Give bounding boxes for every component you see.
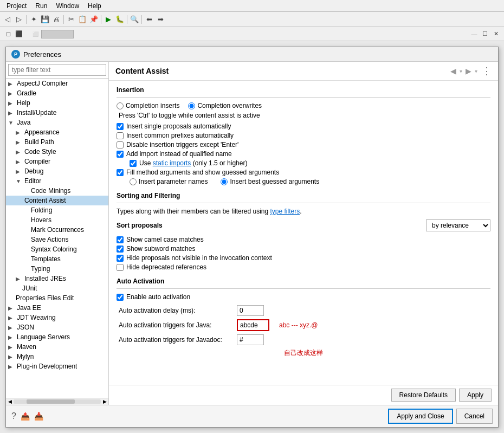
cb-camel-case[interactable] [117, 236, 124, 243]
tree-item-mylyn[interactable]: ▶ Mylyn [6, 352, 108, 361]
tree-item-help[interactable]: ▶ Help [6, 98, 108, 108]
tree-item-junit[interactable]: JUnit [6, 283, 108, 293]
toolbar-btn-forward[interactable]: ▷ [14, 14, 24, 25]
toolbar2-maximize[interactable]: ☐ [480, 29, 490, 39]
tree-item-typing[interactable]: Typing [6, 264, 108, 274]
radio-insert-best-label[interactable]: Insert best guessed arguments [221, 178, 319, 185]
nav-fwd-btn[interactable]: ▶ [464, 67, 473, 75]
cb-disable-triggers-label[interactable]: Disable insertion triggers except 'Enter… [126, 141, 238, 148]
cb-hide-deprecated-label[interactable]: Hide deprecated references [126, 263, 206, 271]
delay-input[interactable] [237, 305, 264, 316]
radio-insert-param-label[interactable]: Insert parameter names [130, 178, 208, 185]
nav-back-btn[interactable]: ◀ [449, 67, 457, 75]
nav-more-icon[interactable]: ⋮ [482, 65, 492, 77]
tree-item-java[interactable]: ▼ Java [6, 118, 108, 127]
cb-static-imports[interactable] [130, 160, 137, 167]
tree-item-editor[interactable]: ▼ Editor [6, 176, 108, 186]
toolbar-btn-nav-back[interactable]: ⬅ [144, 14, 154, 25]
tree-hscrollbar[interactable]: ◀ ▶ [6, 398, 108, 405]
radio-completion-overwrites-label[interactable]: Completion overwrites [188, 102, 262, 109]
sort-proposals-select[interactable]: by relevance alphabetically [426, 219, 490, 231]
tree-item-jdtweaving[interactable]: ▶ JDT Weaving [6, 313, 108, 322]
cb-common-prefixes[interactable] [117, 132, 124, 139]
tree-item-contentassist[interactable]: Content Assist [6, 196, 108, 205]
cb-disable-triggers[interactable] [117, 141, 124, 148]
toolbar-btn-debug[interactable]: 🐛 [114, 14, 125, 25]
toolbar-btn-search[interactable]: 🔍 [129, 14, 140, 25]
tree-item-appearance[interactable]: ▶ Appearance [6, 127, 108, 137]
tree-item-codeminings[interactable]: Code Minings [6, 186, 108, 196]
tree-item-javaee[interactable]: ▶ Java EE [6, 303, 108, 313]
restore-defaults-button[interactable]: Restore Defaults [391, 389, 456, 402]
toolbar2-btn2[interactable]: ⬛ [14, 29, 24, 39]
toolbar2-btn3[interactable]: ⬜ [30, 29, 40, 39]
help-icon-btn[interactable]: ? [11, 411, 16, 421]
static-imports-link[interactable]: static imports [153, 159, 191, 167]
cb-enable-auto[interactable] [117, 294, 124, 301]
cb-add-import[interactable] [117, 151, 124, 158]
tree-item-folding[interactable]: Folding [6, 205, 108, 215]
cb-add-import-label[interactable]: Add import instead of qualified name [126, 150, 232, 158]
tree-item-plugindev[interactable]: ▶ Plug-in Development [6, 361, 108, 371]
tree-item-compiler[interactable]: ▶ Compiler [6, 157, 108, 166]
toolbar2-btn1[interactable]: ◻ [3, 29, 13, 39]
radio-completion-inserts[interactable] [117, 102, 124, 109]
toolbar2-collapse[interactable]: — [469, 29, 479, 39]
apply-button[interactable]: Apply [459, 389, 492, 402]
menu-run[interactable]: Run [31, 1, 51, 11]
cb-enable-auto-label[interactable]: Enable auto activation [126, 293, 190, 301]
menu-window[interactable]: Window [51, 1, 83, 11]
tree-item-install[interactable]: ▶ Install/Update [6, 108, 108, 118]
tree-item-hovers[interactable]: Hovers [6, 215, 108, 225]
cb-single-proposals[interactable] [117, 123, 124, 130]
tree-item-templates[interactable]: Templates [6, 254, 108, 264]
radio-completion-inserts-label[interactable]: Completion inserts [117, 102, 179, 109]
radio-insert-param[interactable] [130, 178, 137, 185]
toolbar-btn-paste[interactable]: 📌 [88, 14, 99, 25]
cancel-button[interactable]: Cancel [456, 409, 493, 424]
cb-subword[interactable] [117, 245, 124, 253]
scroll-left-btn[interactable]: ◀ [7, 399, 12, 404]
tree-item-debug[interactable]: ▶ Debug [6, 166, 108, 176]
radio-completion-overwrites[interactable] [188, 102, 195, 109]
java-triggers-input[interactable] [237, 319, 269, 331]
toolbar-btn-print[interactable]: 🖨 [51, 14, 62, 25]
apply-close-button[interactable]: Apply and Close [388, 409, 453, 424]
tree-item-codestyle[interactable]: ▶ Code Style [6, 147, 108, 157]
export-icon-btn[interactable]: 📤 [21, 412, 30, 421]
menu-help[interactable]: Help [83, 1, 106, 11]
tree-item-saveactions[interactable]: Save Actions [6, 235, 108, 244]
tree-item-aspectj[interactable]: ▶ AspectJ Compiler [6, 79, 108, 88]
cb-single-proposals-label[interactable]: Insert single proposals automatically [126, 122, 231, 130]
toolbar-btn-nav-fwd[interactable]: ➡ [155, 14, 166, 25]
tree-item-gradle[interactable]: ▶ Gradle [6, 88, 108, 98]
toolbar-btn-new[interactable]: ✦ [28, 14, 39, 25]
cb-fill-method-label[interactable]: Fill method arguments and show guessed a… [126, 169, 279, 176]
toolbar-btn-run[interactable]: ▶ [103, 14, 114, 25]
toolbar-btn-cut[interactable]: ✂ [66, 14, 76, 25]
radio-insert-best[interactable] [221, 178, 228, 185]
tree-item-langservers[interactable]: ▶ Language Servers [6, 332, 108, 342]
tree-item-installedjres[interactable]: ▶ Installed JREs [6, 274, 108, 283]
type-filters-link[interactable]: type filters [270, 208, 300, 215]
cb-subword-label[interactable]: Show subword matches [126, 245, 195, 253]
cb-fill-method[interactable] [117, 169, 124, 176]
cb-hide-not-visible[interactable] [117, 255, 124, 262]
cb-hide-not-visible-label[interactable]: Hide proposals not visible in the invoca… [126, 254, 272, 262]
tree-item-syntaxcoloring[interactable]: Syntax Coloring [6, 244, 108, 254]
toolbar-btn-copy[interactable]: 📋 [77, 14, 88, 25]
cb-common-prefixes-label[interactable]: Insert common prefixes automatically [126, 132, 234, 139]
import-icon-btn[interactable]: 📥 [34, 412, 43, 421]
filter-input[interactable] [8, 64, 106, 76]
cb-camel-case-label[interactable]: Show camel case matches [126, 236, 204, 243]
toolbar-btn-back[interactable]: ◁ [2, 14, 13, 25]
tree-item-buildpath[interactable]: ▶ Build Path [6, 137, 108, 147]
toolbar2-close[interactable]: ✕ [491, 29, 501, 39]
menu-project[interactable]: Project [2, 1, 31, 11]
tree-item-propfiles[interactable]: Properties Files Edit [6, 293, 108, 303]
tree-item-json[interactable]: ▶ JSON [6, 322, 108, 332]
javadoc-triggers-input[interactable] [237, 334, 264, 345]
scroll-right-btn[interactable]: ▶ [102, 399, 107, 404]
tree-item-maven[interactable]: ▶ Maven [6, 342, 108, 352]
toolbar-btn-save[interactable]: 💾 [40, 14, 50, 25]
